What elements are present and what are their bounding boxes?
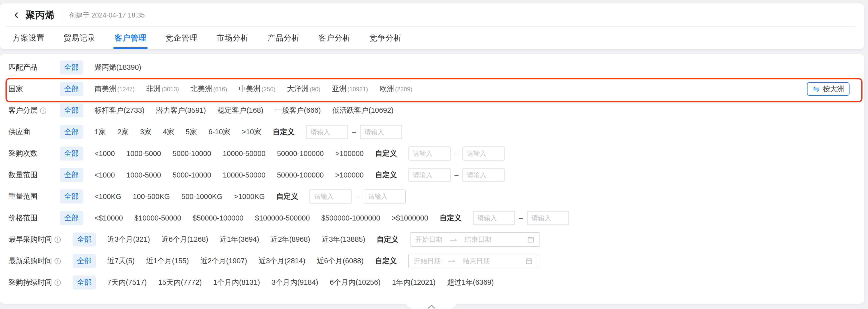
filter-option[interactable]: 500-1000KG bbox=[182, 192, 222, 201]
filter-option[interactable]: 近6个月(6088) bbox=[317, 256, 364, 266]
filter-option[interactable]: 3家 bbox=[140, 127, 151, 137]
filter-option[interactable]: 50000-100000 bbox=[277, 150, 324, 158]
option-all-selected[interactable]: 全部 bbox=[60, 211, 83, 225]
filter-option[interactable]: 10000-50000 bbox=[223, 171, 266, 179]
option-all-selected[interactable]: 全部 bbox=[60, 82, 83, 96]
info-icon[interactable]: ! bbox=[55, 237, 61, 243]
filter-option[interactable]: 10000-50000 bbox=[223, 150, 266, 158]
filter-option[interactable]: 中美洲(250) bbox=[239, 84, 276, 94]
range-input-min[interactable] bbox=[473, 211, 515, 225]
custom-label[interactable]: 自定义 bbox=[375, 170, 397, 180]
filter-option[interactable]: $10000-50000 bbox=[134, 214, 181, 222]
filter-option[interactable]: >10家 bbox=[242, 127, 261, 137]
filter-option[interactable]: >100000 bbox=[335, 150, 364, 158]
range-input-min[interactable] bbox=[310, 189, 351, 204]
date-range-picker[interactable]: 开始日期结束日期 bbox=[410, 232, 540, 247]
filter-option[interactable]: 低活跃客户(10692) bbox=[332, 105, 394, 116]
option-all-selected[interactable]: 全部 bbox=[60, 61, 83, 74]
custom-label[interactable]: 自定义 bbox=[377, 235, 399, 245]
option-all-selected[interactable]: 全部 bbox=[60, 125, 83, 139]
tab-客户分析[interactable]: 客户分析 bbox=[318, 27, 350, 49]
option-all-selected[interactable]: 全部 bbox=[60, 147, 83, 160]
filter-option[interactable]: 近7天(5) bbox=[107, 256, 135, 266]
filter-option[interactable]: 稳定客户(168) bbox=[217, 105, 264, 116]
custom-label[interactable]: 自定义 bbox=[375, 256, 397, 266]
filter-option[interactable]: 近1年(3694) bbox=[220, 235, 259, 245]
filter-option[interactable]: >$1000000 bbox=[392, 214, 428, 222]
filter-option[interactable]: $100000-500000 bbox=[255, 214, 310, 222]
date-range-picker[interactable]: 开始日期结束日期 bbox=[408, 254, 538, 268]
filter-option[interactable]: 7天内(7517) bbox=[107, 278, 147, 287]
filter-option[interactable]: 1年内(12021) bbox=[392, 278, 435, 287]
filter-option[interactable]: 近2个月(1907) bbox=[200, 256, 247, 266]
range-input-min[interactable] bbox=[306, 125, 348, 139]
option-all-selected[interactable]: 全部 bbox=[60, 168, 83, 182]
option-all-selected[interactable]: 全部 bbox=[73, 276, 96, 289]
tab-竞争分析[interactable]: 竞争分析 bbox=[370, 27, 402, 49]
filter-option[interactable]: 2家 bbox=[117, 127, 128, 137]
tab-方案设置[interactable]: 方案设置 bbox=[12, 27, 44, 49]
filter-option[interactable]: 北美洲(616) bbox=[190, 84, 227, 94]
filter-option[interactable]: 近3个月(2814) bbox=[258, 256, 305, 266]
tab-客户管理[interactable]: 客户管理 bbox=[115, 27, 147, 49]
custom-label[interactable]: 自定义 bbox=[440, 213, 462, 223]
range-input-min[interactable] bbox=[408, 168, 451, 182]
filter-option[interactable]: 欧洲(2209) bbox=[379, 84, 412, 94]
tab-产品分析[interactable]: 产品分析 bbox=[268, 27, 300, 49]
filter-option[interactable]: 非洲(3013) bbox=[146, 84, 179, 94]
filter-option[interactable]: 一般客户(666) bbox=[275, 105, 321, 116]
group-by-continent-button[interactable]: 按大洲 bbox=[807, 82, 849, 96]
custom-label[interactable]: 自定义 bbox=[273, 127, 294, 137]
option-all-selected[interactable]: 全部 bbox=[73, 233, 96, 247]
tab-市场分析[interactable]: 市场分析 bbox=[217, 27, 248, 49]
filter-option[interactable]: 近1个月(155) bbox=[146, 256, 189, 266]
back-icon[interactable] bbox=[12, 11, 21, 19]
range-input-max[interactable] bbox=[364, 189, 406, 204]
info-icon[interactable]: ! bbox=[55, 258, 61, 264]
range-input-max[interactable] bbox=[527, 211, 569, 225]
filter-option[interactable]: 1家 bbox=[94, 127, 106, 137]
range-input-max[interactable] bbox=[360, 125, 402, 139]
filter-option[interactable]: 5000-10000 bbox=[173, 150, 211, 158]
option-all-selected[interactable]: 全部 bbox=[60, 103, 83, 118]
range-input-min[interactable] bbox=[408, 147, 451, 160]
custom-label[interactable]: 自定义 bbox=[276, 191, 298, 202]
filter-option[interactable]: $500000-1000000 bbox=[321, 214, 380, 222]
option-all-selected[interactable]: 全部 bbox=[73, 254, 96, 268]
custom-label[interactable]: 自定义 bbox=[375, 149, 397, 158]
filter-option[interactable]: <$10000 bbox=[94, 214, 123, 222]
filter-option[interactable]: 5家 bbox=[186, 127, 197, 137]
filter-option[interactable]: >100000 bbox=[335, 171, 364, 179]
filter-option[interactable]: 50000-100000 bbox=[277, 171, 324, 179]
filter-option[interactable]: 100-500KG bbox=[133, 192, 170, 201]
filter-option[interactable]: 1000-5000 bbox=[126, 171, 161, 179]
filter-option[interactable]: 近3年(13885) bbox=[322, 235, 365, 245]
filter-option[interactable]: >1000KG bbox=[234, 192, 265, 201]
tab-贸易记录[interactable]: 贸易记录 bbox=[63, 27, 95, 49]
filter-option[interactable]: 亚洲(10921) bbox=[332, 84, 368, 94]
filter-option[interactable]: <1000 bbox=[94, 171, 115, 179]
filter-option[interactable]: 3个月内(9184) bbox=[272, 278, 318, 287]
tab-竞企管理[interactable]: 竞企管理 bbox=[165, 27, 197, 49]
filter-option[interactable]: 15天内(7772) bbox=[158, 278, 202, 287]
option-all-selected[interactable]: 全部 bbox=[60, 189, 83, 204]
filter-option[interactable]: <100KG bbox=[94, 192, 121, 201]
filter-option[interactable]: $50000-100000 bbox=[193, 214, 244, 222]
filter-option[interactable]: 1000-5000 bbox=[126, 150, 161, 158]
range-input-max[interactable] bbox=[463, 147, 504, 160]
filter-option[interactable]: 南美洲(1247) bbox=[94, 84, 134, 94]
filter-option[interactable]: 5000-10000 bbox=[173, 171, 211, 179]
range-input-max[interactable] bbox=[463, 168, 504, 182]
filter-option[interactable]: 6个月内(10256) bbox=[330, 278, 380, 287]
filter-option[interactable]: 潜力客户(3591) bbox=[156, 105, 206, 116]
filter-option[interactable]: 近3个月(321) bbox=[107, 235, 150, 245]
filter-option[interactable]: 超过1年(6369) bbox=[447, 278, 494, 287]
filter-option[interactable]: 近2年(8968) bbox=[271, 235, 310, 245]
info-icon[interactable]: ! bbox=[40, 107, 46, 114]
filter-option[interactable]: 标杆客户(2733) bbox=[94, 105, 145, 116]
filter-option[interactable]: 聚丙烯(18390) bbox=[94, 62, 141, 72]
filter-option[interactable]: 大洋洲(90) bbox=[287, 84, 320, 94]
filter-option[interactable]: 近6个月(1268) bbox=[161, 235, 208, 245]
filter-option[interactable]: 6-10家 bbox=[209, 127, 230, 137]
collapse-handle[interactable] bbox=[405, 304, 458, 309]
